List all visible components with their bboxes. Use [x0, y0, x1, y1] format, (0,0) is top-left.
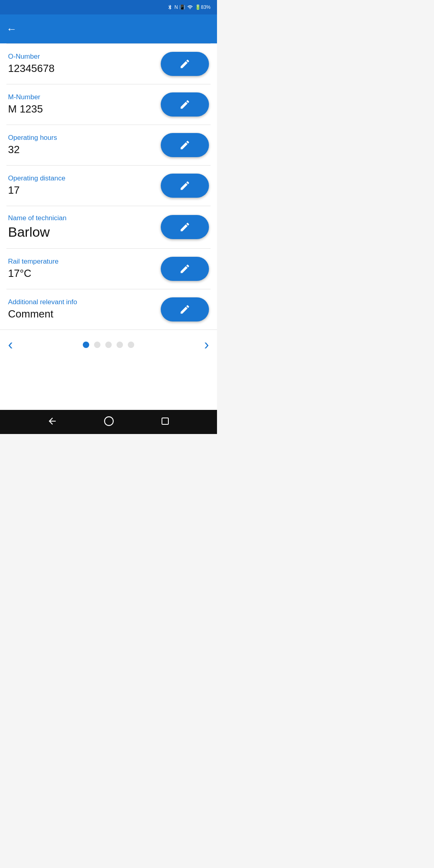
pencil-icon [179, 263, 190, 274]
field-value-m-number: M 1235 [8, 103, 161, 115]
field-value-o-number: 12345678 [8, 62, 161, 75]
field-value-additional-info: Comment [8, 308, 161, 320]
edit-button-rail-temperature[interactable] [161, 257, 209, 281]
fields-container: O-Number 12345678 M-Number M 1235 Operat… [0, 44, 217, 330]
edit-button-m-number[interactable] [161, 92, 209, 117]
field-label-operating-hours: Operating hours [8, 134, 161, 142]
app-bar: ← [0, 14, 217, 43]
next-button[interactable]: › [204, 336, 209, 353]
field-row-rail-temperature: Rail temperature 17°C [0, 249, 217, 289]
field-info-o-number: O-Number 12345678 [8, 53, 161, 75]
svg-rect-1 [162, 418, 168, 424]
field-info-operating-hours: Operating hours 32 [8, 134, 161, 156]
field-row-operating-hours: Operating hours 32 [0, 125, 217, 165]
back-button[interactable]: ← [6, 23, 17, 35]
dot-1[interactable] [83, 342, 89, 348]
status-right: N 📳 🔋83% [167, 4, 212, 10]
dot-3[interactable] [105, 342, 112, 348]
field-label-operating-distance: Operating distance [8, 174, 161, 182]
battery-text: 🔋83% [195, 4, 211, 10]
field-label-o-number: O-Number [8, 53, 161, 61]
field-row-operating-distance: Operating distance 17 [0, 166, 217, 206]
field-label-additional-info: Additional relevant info [8, 298, 161, 306]
field-row-o-number: O-Number 12345678 [0, 44, 217, 84]
bottom-nav: ‹ › [0, 330, 217, 360]
status-bar: N 📳 🔋83% [0, 0, 217, 14]
field-label-rail-temperature: Rail temperature [8, 258, 161, 266]
wifi-icon [187, 4, 193, 10]
bluetooth-icon [167, 4, 173, 10]
field-value-rail-temperature: 17°C [8, 267, 161, 280]
field-value-operating-distance: 17 [8, 184, 161, 197]
pencil-icon [179, 304, 190, 315]
edit-button-operating-hours[interactable] [161, 133, 209, 157]
status-icons: N 📳 [174, 4, 185, 10]
pencil-icon [179, 139, 190, 151]
dot-2[interactable] [94, 342, 100, 348]
field-row-m-number: M-Number M 1235 [0, 84, 217, 125]
field-info-technician-name: Name of technician Barlow [8, 214, 161, 240]
pagination-dots [83, 342, 134, 348]
system-bar [0, 410, 217, 434]
pencil-icon [179, 221, 190, 233]
content-area: O-Number 12345678 M-Number M 1235 Operat… [0, 43, 217, 410]
edit-button-technician-name[interactable] [161, 215, 209, 239]
field-label-m-number: M-Number [8, 93, 161, 101]
field-info-additional-info: Additional relevant info Comment [8, 298, 161, 320]
field-info-m-number: M-Number M 1235 [8, 93, 161, 115]
dot-5[interactable] [128, 342, 134, 348]
field-value-operating-hours: 32 [8, 143, 161, 156]
field-label-technician-name: Name of technician [8, 214, 161, 222]
pencil-icon [179, 99, 190, 110]
system-back-icon[interactable] [47, 416, 57, 428]
edit-button-additional-info[interactable] [161, 297, 209, 321]
system-home-icon[interactable] [104, 416, 114, 428]
field-row-technician-name: Name of technician Barlow [0, 206, 217, 248]
edit-button-o-number[interactable] [161, 52, 209, 76]
prev-button[interactable]: ‹ [8, 336, 13, 353]
dot-4[interactable] [117, 342, 123, 348]
svg-point-0 [104, 417, 113, 426]
system-recents-icon[interactable] [160, 416, 170, 428]
field-info-rail-temperature: Rail temperature 17°C [8, 258, 161, 280]
pencil-icon [179, 58, 190, 70]
edit-button-operating-distance[interactable] [161, 174, 209, 198]
pencil-icon [179, 180, 190, 191]
field-value-technician-name: Barlow [8, 224, 161, 240]
field-info-operating-distance: Operating distance 17 [8, 174, 161, 197]
field-row-additional-info: Additional relevant info Comment [0, 289, 217, 330]
